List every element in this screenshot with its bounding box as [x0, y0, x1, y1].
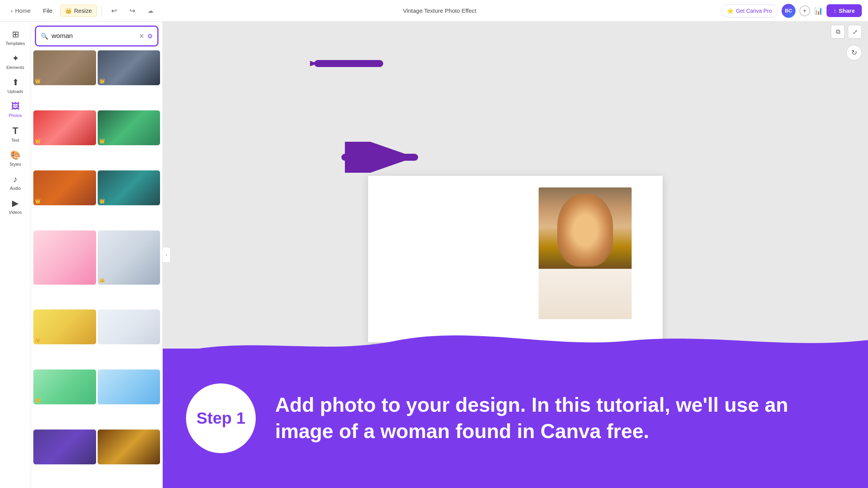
premium-badge: 👑 [99, 198, 105, 204]
share-label: Share [839, 7, 855, 14]
videos-icon: ▶ [12, 198, 19, 208]
refresh-button[interactable]: ↻ [846, 45, 862, 60]
premium-badge: 👑 [99, 138, 105, 144]
premium-badge: 👑 [99, 78, 105, 84]
list-item[interactable]: 👑 [33, 50, 96, 85]
canvas-image[interactable] [539, 187, 632, 319]
list-item[interactable] [98, 369, 160, 404]
templates-icon: ⊞ [12, 29, 19, 40]
crown-icon: 👑 [65, 8, 72, 14]
get-pro-label: Get Canva Pro [736, 8, 772, 14]
list-item[interactable] [33, 230, 96, 285]
sidebar-item-text[interactable]: T Text [2, 122, 29, 146]
premium-badge: 👑 [35, 397, 41, 403]
sidebar-item-styles[interactable]: 🎨 Styles [2, 147, 29, 170]
home-button[interactable]: ‹ Home [6, 5, 35, 16]
search-bar: 🔍 ✕ ⚙ [35, 26, 158, 46]
sidebar-item-uploads[interactable]: ⬆ Uploads [2, 74, 29, 97]
uploads-icon: ⬆ [12, 77, 19, 88]
canvas-area: ‹ ⧉ ⤢ ↻ [163, 22, 868, 488]
list-item[interactable] [33, 430, 96, 464]
list-item[interactable] [98, 309, 160, 344]
elements-icon: ✦ [12, 53, 19, 64]
premium-badge: 👑 [35, 198, 41, 204]
document-title: Vintage Texture Photo Effect [403, 7, 476, 14]
file-label: File [43, 7, 52, 14]
templates-label: Templates [5, 41, 25, 46]
cloud-icon: ☁ [148, 7, 153, 14]
sidebar-item-elements[interactable]: ✦ Elements [2, 50, 29, 73]
text-icon: T [12, 125, 18, 136]
resize-button[interactable]: 👑 Resize [60, 5, 97, 17]
premium-badge: 👑 [99, 278, 105, 283]
premium-badge: 👑 [35, 138, 41, 144]
canvas-page[interactable] [368, 176, 663, 342]
premium-badge: 👑 [35, 337, 41, 343]
videos-label: Videos [9, 210, 22, 215]
refresh-icon: ↻ [851, 48, 857, 57]
star-icon: ⭐ [727, 8, 734, 14]
step-label: Step 1 [196, 409, 245, 428]
list-item[interactable] [98, 430, 160, 464]
photos-label: Photos [9, 113, 22, 118]
undo-icon: ↩ [111, 7, 117, 15]
add-account-button[interactable]: + [799, 5, 810, 16]
sidebar-item-audio[interactable]: ♪ Audio [2, 171, 29, 194]
share-icon: ↑ [834, 7, 837, 14]
redo-button[interactable]: ↪ [125, 4, 140, 17]
search-icon: 🔍 [41, 33, 48, 40]
photos-grid: 👑 👑 👑 👑 👑 👑 👑 👑 [31, 50, 162, 488]
home-label: Home [15, 7, 31, 14]
chevron-left-icon: ‹ [11, 7, 13, 14]
styles-label: Styles [10, 162, 21, 167]
analytics-button[interactable]: 📊 [814, 7, 823, 15]
divider [102, 5, 102, 17]
get-pro-button[interactable]: ⭐ Get Canva Pro [721, 4, 778, 17]
expand-icon: ⤢ [852, 28, 858, 36]
list-item[interactable]: 👑 [33, 170, 96, 205]
avatar[interactable]: BC [782, 4, 796, 18]
copy-icon: ⧉ [836, 28, 840, 35]
top-navigation: ‹ Home File 👑 Resize ↩ ↪ ☁ Vintage Textu… [0, 0, 868, 22]
elements-label: Elements [7, 65, 24, 70]
chevron-left-icon: ‹ [166, 252, 167, 258]
list-item[interactable]: 👑 [98, 230, 160, 285]
avatar-initials: BC [785, 8, 792, 14]
list-item[interactable]: 👑 [98, 110, 160, 145]
nav-right-group: ⭐ Get Canva Pro BC + 📊 ↑ Share [721, 4, 862, 18]
audio-icon: ♪ [13, 174, 17, 184]
resize-label: Resize [74, 7, 92, 14]
list-item[interactable]: 👑 [33, 309, 96, 344]
search-input[interactable] [52, 32, 136, 40]
clear-search-button[interactable]: ✕ [139, 33, 144, 40]
list-item[interactable]: 👑 [33, 369, 96, 404]
share-button[interactable]: ↑ Share [827, 4, 862, 17]
wave-decoration [163, 325, 868, 356]
sidebar-item-templates[interactable]: ⊞ Templates [2, 26, 29, 49]
sidebar: ⊞ Templates ✦ Elements ⬆ Uploads 🖼 Photo… [0, 22, 31, 488]
list-item[interactable]: 👑 [33, 110, 96, 145]
file-button[interactable]: File [38, 5, 57, 16]
step-circle: Step 1 [186, 383, 256, 453]
uploads-label: Uploads [7, 89, 23, 94]
redo-icon: ↪ [129, 7, 135, 15]
sidebar-item-photos[interactable]: 🖼 Photos [2, 98, 29, 121]
audio-label: Audio [10, 186, 21, 191]
search-panel: 🔍 ✕ ⚙ 👑 👑 👑 👑 👑 👑 [31, 22, 163, 488]
bar-chart-icon: 📊 [814, 7, 823, 15]
text-label: Text [11, 138, 19, 143]
filter-button[interactable]: ⚙ [147, 33, 153, 40]
list-item[interactable]: 👑 [98, 50, 160, 85]
main-layout: ⊞ Templates ✦ Elements ⬆ Uploads 🖼 Photo… [0, 22, 868, 488]
photos-icon: 🖼 [11, 101, 20, 112]
tutorial-description: Add photo to your design. In this tutori… [275, 392, 845, 444]
copy-canvas-button[interactable]: ⧉ [831, 25, 845, 39]
collapse-panel-button[interactable]: ‹ [163, 247, 170, 263]
expand-canvas-button[interactable]: ⤢ [848, 25, 862, 39]
cloud-save-button[interactable]: ☁ [143, 5, 158, 17]
canvas-toolbar: ⧉ ⤢ [163, 22, 868, 42]
undo-button[interactable]: ↩ [107, 4, 122, 17]
list-item[interactable]: 👑 [98, 170, 160, 205]
sidebar-item-videos[interactable]: ▶ Videos [2, 195, 29, 218]
plus-icon: + [803, 7, 806, 14]
